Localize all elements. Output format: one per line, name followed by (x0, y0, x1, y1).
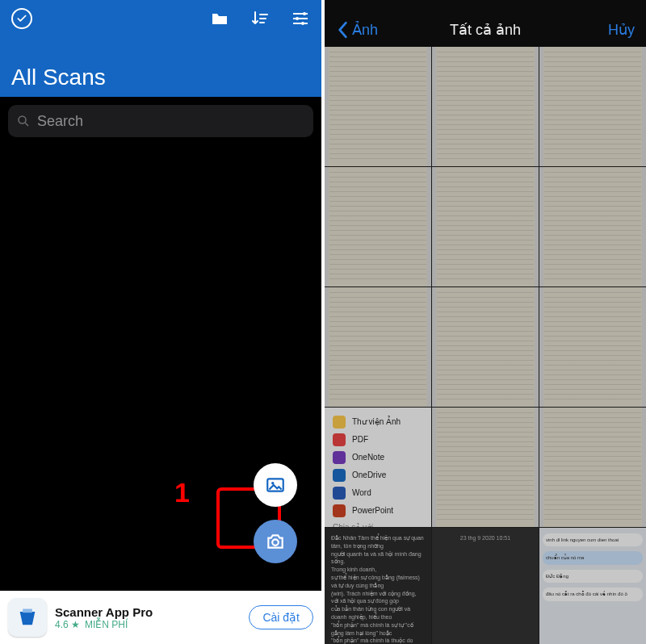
select-mode-toggle[interactable] (11, 8, 32, 29)
scanner-all-scans-screen: All Scans Search 1 Scanner App Pro 4.6 ★… (0, 0, 321, 644)
page-title: All Scans (11, 65, 310, 90)
photo-picker-screen: Ảnh Tất cả ảnh Hủy Thư viện Ảnh PDF OneN… (325, 0, 646, 644)
settings-sliders-icon[interactable] (291, 9, 310, 28)
photo-thumbnail[interactable] (539, 287, 646, 407)
back-label: Ảnh (352, 21, 378, 39)
photo-thumbnail[interactable] (325, 47, 431, 166)
back-button[interactable]: Ảnh (336, 21, 378, 39)
photo-thumbnail[interactable] (432, 47, 539, 166)
svg-point-1 (296, 17, 299, 20)
svg-point-3 (19, 116, 26, 123)
svg-point-2 (301, 22, 304, 25)
svg-point-6 (272, 539, 279, 546)
photo-thumbnail[interactable] (539, 167, 646, 286)
sort-icon[interactable] (250, 9, 270, 28)
search-placeholder: Search (37, 113, 83, 130)
svg-rect-7 (23, 609, 32, 613)
check-icon (16, 13, 27, 24)
ad-rating: 4.6 ★ (55, 619, 80, 630)
photo-thumbnail[interactable]: 23 thg 9 2020 10:51 (432, 528, 539, 644)
chat-thumbnail[interactable]: vinh dl link nguyen cum dien thoai chuẩn… (539, 528, 646, 644)
camera-button[interactable] (254, 520, 297, 563)
notes-thumbnail[interactable]: Đắc Nhân Tâm thể hiện qua sự quan tâm, t… (325, 528, 431, 644)
toolbar (11, 8, 310, 29)
photo-thumbnail[interactable] (432, 408, 539, 527)
ad-title: Scanner App Pro (55, 605, 241, 619)
photo-thumbnail[interactable] (432, 167, 539, 286)
annotation-step-1: 1 (174, 477, 190, 508)
header: All Scans (0, 0, 321, 97)
fab-stack (254, 463, 297, 563)
share-sheet-thumbnail[interactable]: Thư viện Ảnh PDF OneNote OneDrive Word P… (325, 408, 431, 527)
scanner-icon (16, 606, 39, 629)
ad-banner[interactable]: Scanner App Pro 4.6 ★ MIỄN PHÍ Cài đặt (0, 591, 321, 644)
nav-bar: Ảnh Tất cả ảnh Hủy (325, 0, 646, 47)
date-chip: 23 thg 9 2020 10:51 (455, 533, 515, 544)
ad-text: Scanner App Pro 4.6 ★ MIỄN PHÍ (55, 605, 241, 630)
photo-thumbnail[interactable] (539, 408, 646, 527)
search-input[interactable]: Search (8, 105, 313, 137)
ad-price: MIỄN PHÍ (85, 619, 128, 630)
photo-thumbnail[interactable] (539, 47, 646, 166)
ad-app-icon (8, 598, 47, 637)
import-image-button[interactable] (254, 463, 297, 507)
folder-icon[interactable] (210, 9, 229, 28)
search-icon (16, 114, 31, 128)
photo-grid: Thư viện Ảnh PDF OneNote OneDrive Word P… (325, 47, 646, 644)
picture-icon (265, 475, 286, 496)
chevron-left-icon (336, 21, 349, 39)
photo-thumbnail[interactable] (325, 167, 431, 286)
svg-point-0 (303, 12, 306, 15)
install-button[interactable]: Cài đặt (249, 605, 313, 629)
photo-thumbnail[interactable] (432, 287, 539, 407)
camera-icon (265, 531, 286, 552)
cancel-button[interactable]: Hủy (608, 21, 635, 39)
photo-thumbnail[interactable] (325, 287, 431, 407)
